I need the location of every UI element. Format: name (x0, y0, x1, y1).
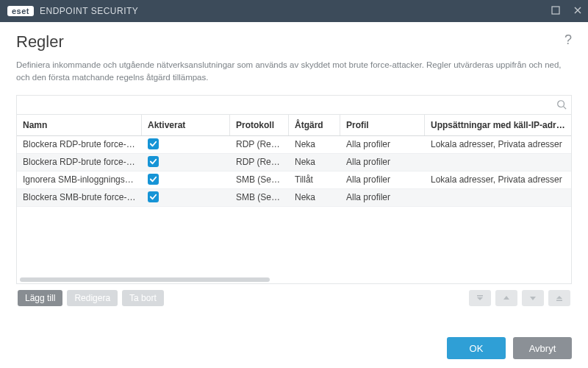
table-search-row (17, 96, 571, 115)
table-header: Namn Aktiverat Protokoll Åtgärd Profil U… (17, 115, 571, 136)
move-up-button[interactable] (495, 290, 517, 306)
table-row[interactable]: Blockera SMB-brute force-at…SMB (Server … (17, 189, 571, 207)
cell-enabled[interactable] (142, 136, 230, 155)
col-enabled[interactable]: Aktiverat (142, 115, 230, 135)
cell-action: Neka (289, 136, 340, 154)
move-top-button[interactable] (469, 290, 491, 306)
brand-badge: eset (7, 6, 34, 16)
cell-protocol: RDP (Remo… (230, 153, 289, 171)
svg-rect-3 (477, 295, 483, 297)
dialog-footer: OK Avbryt (0, 328, 588, 368)
table-row[interactable]: Blockera RDP-brute force-at…RDP (Remo…Ne… (17, 154, 571, 171)
col-protocol[interactable]: Protokoll (230, 115, 289, 135)
cell-name: Blockera RDP-brute force-at… (17, 136, 142, 154)
cell-action: Neka (289, 188, 340, 206)
scrollbar-thumb[interactable] (20, 277, 270, 282)
page-description: Definiera inkommande och utgående nätver… (16, 59, 572, 85)
svg-point-1 (558, 101, 564, 107)
col-profile[interactable]: Profil (340, 115, 425, 135)
cell-enabled[interactable] (142, 188, 230, 207)
delete-button[interactable]: Ta bort (122, 290, 164, 306)
cell-source-ip: Lokala adresser, Privata adresser (425, 136, 571, 154)
cell-enabled[interactable] (142, 170, 230, 189)
checkbox-checked-icon[interactable] (148, 156, 159, 167)
col-action[interactable]: Åtgärd (289, 115, 340, 135)
cell-action: Tillåt (289, 171, 340, 188)
col-name[interactable]: Namn (17, 115, 142, 135)
move-down-button[interactable] (522, 290, 544, 306)
cell-source-ip (425, 194, 571, 201)
ok-button[interactable]: OK (447, 337, 506, 359)
cell-name: Ignorera SMB-inloggningsför… (17, 171, 142, 188)
svg-rect-4 (556, 300, 562, 301)
table-row[interactable]: Ignorera SMB-inloggningsför…SMB (Server … (17, 171, 571, 189)
cell-name: Blockera SMB-brute force-at… (17, 188, 142, 206)
cell-source-ip (425, 158, 571, 166)
rules-table: Namn Aktiverat Protokoll Åtgärd Profil U… (16, 95, 572, 284)
close-icon[interactable] (573, 6, 582, 17)
cell-source-ip: Lokala adresser, Privata adresser (425, 171, 571, 188)
search-input[interactable] (17, 99, 552, 110)
svg-rect-0 (552, 7, 559, 14)
table-row[interactable]: Blockera RDP-brute force-at…RDP (Remo…Ne… (17, 136, 571, 154)
cell-name: Blockera RDP-brute force-at… (17, 153, 142, 171)
cell-profile: Alla profiler (340, 171, 425, 188)
page-title: Regler (16, 32, 64, 52)
checkbox-checked-icon[interactable] (148, 138, 159, 149)
cancel-button[interactable]: Avbryt (513, 337, 572, 359)
cell-protocol: SMB (Server … (230, 188, 289, 206)
move-bottom-button[interactable] (548, 290, 570, 306)
horizontal-scrollbar[interactable] (17, 276, 571, 283)
table-body: Blockera RDP-brute force-at…RDP (Remo…Ne… (17, 136, 571, 276)
titlebar: eset ENDPOINT SECURITY (0, 0, 588, 22)
minimize-icon[interactable] (551, 6, 560, 17)
checkbox-checked-icon[interactable] (148, 191, 159, 202)
app-name: ENDPOINT SECURITY (40, 6, 138, 16)
cell-enabled[interactable] (142, 152, 230, 171)
checkbox-checked-icon[interactable] (148, 174, 159, 185)
cell-profile: Alla profiler (340, 136, 425, 154)
search-icon[interactable] (552, 99, 571, 110)
cell-profile: Alla profiler (340, 153, 425, 171)
cell-profile: Alla profiler (340, 188, 425, 206)
cell-protocol: SMB (Server … (230, 171, 289, 188)
add-button[interactable]: Lägg till (18, 290, 62, 306)
col-source-ip[interactable]: Uppsättningar med käll-IP-adresser (425, 115, 571, 135)
svg-line-2 (564, 107, 567, 110)
help-icon[interactable]: ? (564, 32, 572, 48)
edit-button[interactable]: Redigera (67, 290, 118, 306)
toolbar: Lägg till Redigera Ta bort (16, 290, 572, 306)
cell-protocol: RDP (Remo… (230, 136, 289, 154)
cell-action: Neka (289, 153, 340, 171)
